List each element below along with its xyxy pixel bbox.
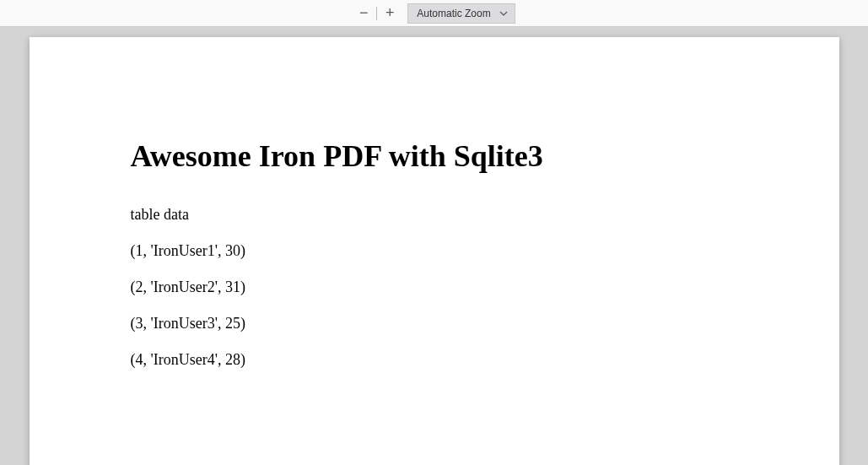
pdf-viewer-area[interactable]: Awesome Iron PDF with Sqlite3 table data… — [0, 27, 868, 465]
table-row: (1, 'IronUser1', 30) — [131, 242, 738, 260]
page-title: Awesome Iron PDF with Sqlite3 — [131, 138, 738, 174]
zoom-out-button[interactable]: − — [353, 3, 375, 24]
chevron-down-icon — [499, 11, 508, 16]
pdf-page: Awesome Iron PDF with Sqlite3 table data… — [30, 37, 839, 465]
zoom-in-button[interactable]: + — [379, 3, 401, 24]
toolbar-divider — [376, 7, 377, 20]
table-row: (3, 'IronUser3', 25) — [131, 315, 738, 333]
plus-icon: + — [385, 4, 395, 22]
table-data-label: table data — [131, 206, 738, 224]
zoom-level-label: Automatic Zoom — [417, 8, 490, 19]
minus-icon: − — [359, 4, 369, 22]
pdf-toolbar: − + Automatic Zoom — [0, 0, 868, 27]
table-row: (4, 'IronUser4', 28) — [131, 351, 738, 369]
zoom-level-select[interactable]: Automatic Zoom — [407, 3, 515, 24]
zoom-controls: − + Automatic Zoom — [353, 3, 515, 24]
table-row: (2, 'IronUser2', 31) — [131, 278, 738, 296]
